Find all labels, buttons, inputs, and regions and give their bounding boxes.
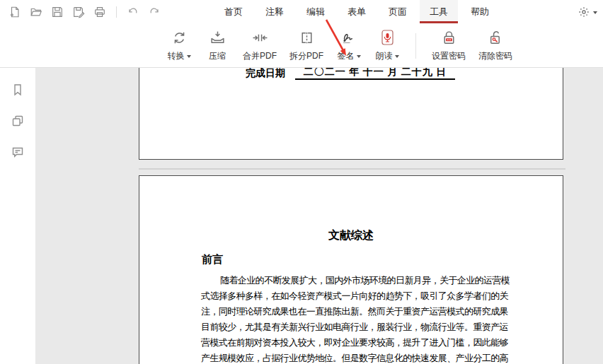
body-line: 目前较少，尤其是有关新兴行业如电商行业，服装行业，物流行业等。重资产运 bbox=[201, 319, 502, 335]
document-viewer[interactable]: 完成日期 二〇二一 年 十一 月 二十九 日 文献综述 前言 随着企业的不断发展… bbox=[35, 68, 603, 364]
document-title: 文献综述 bbox=[139, 228, 563, 242]
page-thumbnails-icon bbox=[11, 114, 25, 128]
redo-button[interactable] bbox=[147, 4, 162, 20]
navigation-sidebar bbox=[0, 68, 35, 364]
tab-tools[interactable]: 工具 bbox=[420, 0, 458, 23]
redo-icon bbox=[148, 6, 161, 18]
body-line: 随着企业的不断发展扩大，国内外市场环境的日新月异，关于企业的运营模 bbox=[201, 273, 502, 288]
tab-edit[interactable]: 编辑 bbox=[297, 0, 335, 23]
tool-label: 拆分PDF bbox=[289, 50, 323, 62]
tool-label: 压缩 bbox=[209, 50, 226, 62]
set-password-icon bbox=[441, 30, 457, 46]
tab-help[interactable]: 帮助 bbox=[461, 0, 499, 23]
merge-pdf-button[interactable]: 合并PDF bbox=[239, 29, 280, 62]
section-heading: 前言 bbox=[202, 252, 563, 266]
tool-label: 设置密码 bbox=[432, 50, 466, 62]
save-button[interactable] bbox=[50, 4, 65, 20]
menu-tabs: 首页 注释 编辑 表单 页面 工具 帮助 bbox=[214, 0, 502, 23]
body-line: 产生规模效应，占据行业优势地位。但是数字信息化的快速发展、产业分工的高 bbox=[201, 351, 502, 364]
completion-date-value: 二〇二一 年 十一 月 二十九 日 bbox=[295, 68, 455, 80]
tool-label: 清除密码 bbox=[478, 50, 512, 62]
tab-pages[interactable]: 页面 bbox=[379, 0, 417, 23]
convert-button[interactable]: 转换 bbox=[163, 29, 195, 62]
tool-label: 转换 bbox=[168, 50, 185, 62]
signature-icon bbox=[340, 29, 357, 46]
compress-icon bbox=[209, 30, 226, 46]
chevron-down-icon bbox=[395, 55, 399, 58]
tool-label: 朗读 bbox=[376, 50, 393, 62]
body-line: 注，同时理论研究成果也在一直推陈出新。然而关于重资产运营模式的研究成果 bbox=[201, 304, 502, 319]
pdf-editor-window: 首页 注释 编辑 表单 页面 工具 帮助 bbox=[0, 0, 603, 364]
read-aloud-icon bbox=[379, 29, 396, 46]
bookmarks-panel-button[interactable] bbox=[10, 82, 25, 98]
page-separator bbox=[139, 168, 565, 170]
split-pdf-button[interactable]: 拆分PDF bbox=[286, 29, 327, 62]
undo-button[interactable] bbox=[125, 4, 141, 20]
convert-icon bbox=[171, 30, 188, 46]
gear-icon bbox=[577, 5, 591, 19]
toolbar-divider bbox=[415, 33, 416, 59]
read-aloud-button[interactable]: 朗读 bbox=[371, 29, 403, 62]
compress-button[interactable]: 压缩 bbox=[201, 29, 234, 62]
toolbar-divider bbox=[116, 6, 117, 18]
chevron-down-icon bbox=[593, 11, 597, 14]
open-file-icon bbox=[30, 6, 42, 18]
tab-annotate[interactable]: 注释 bbox=[255, 0, 294, 23]
tools-ribbon: 转换 压缩 合并PDF 拆分PDF bbox=[0, 23, 603, 68]
tab-home[interactable]: 首页 bbox=[214, 0, 253, 23]
set-password-button[interactable]: 设置密码 bbox=[428, 29, 469, 62]
completion-date-line: 完成日期 二〇二一 年 十一 月 二十九 日 bbox=[246, 68, 455, 80]
signature-button[interactable]: 签名 bbox=[333, 29, 365, 62]
top-menu-bar: 首页 注释 编辑 表单 页面 工具 帮助 bbox=[0, 0, 603, 23]
quick-access-toolbar bbox=[7, 0, 162, 23]
save-as-icon bbox=[72, 6, 85, 18]
page-thumbnails-button[interactable] bbox=[10, 113, 25, 129]
open-file-button[interactable] bbox=[28, 4, 44, 20]
tab-forms[interactable]: 表单 bbox=[338, 0, 376, 23]
tool-label: 合并PDF bbox=[243, 50, 277, 62]
completion-date-label: 完成日期 bbox=[246, 68, 285, 80]
pdf-page-2[interactable]: 文献综述 前言 随着企业的不断发展扩大，国内外市场环境的日新月异，关于企业的运营… bbox=[139, 175, 563, 364]
print-button[interactable] bbox=[92, 4, 108, 20]
split-pdf-icon bbox=[299, 30, 315, 46]
body-line: 式选择多种多样，在如今轻资产模式一片向好的趋势下，吸引了众多学者们的关 bbox=[201, 288, 502, 304]
body-line: 营模式在前期对资本投入较大，即对企业要求较高，提升了进入门槛，因此能够 bbox=[201, 335, 502, 351]
pdf-page-1[interactable]: 完成日期 二〇二一 年 十一 月 二十九 日 bbox=[139, 68, 563, 160]
clear-password-icon bbox=[488, 30, 504, 46]
print-icon bbox=[93, 6, 106, 18]
chevron-down-icon bbox=[187, 55, 191, 58]
comments-icon bbox=[11, 145, 25, 159]
undo-icon bbox=[127, 6, 139, 18]
tool-label: 签名 bbox=[338, 50, 355, 62]
new-file-icon bbox=[8, 6, 21, 18]
save-as-button[interactable] bbox=[71, 4, 86, 20]
merge-pdf-icon bbox=[252, 30, 268, 46]
main-area: 完成日期 二〇二一 年 十一 月 二十九 日 文献综述 前言 随着企业的不断发展… bbox=[0, 68, 603, 364]
chevron-down-icon bbox=[357, 55, 361, 58]
comments-panel-button[interactable] bbox=[10, 144, 25, 160]
settings-button[interactable] bbox=[577, 0, 597, 23]
body-paragraph: 随着企业的不断发展扩大，国内外市场环境的日新月异，关于企业的运营模 式选择多种多… bbox=[201, 273, 502, 364]
save-icon bbox=[51, 6, 64, 18]
bookmark-icon bbox=[11, 83, 25, 97]
new-file-button[interactable] bbox=[7, 4, 23, 20]
clear-password-button[interactable]: 清除密码 bbox=[475, 29, 516, 62]
